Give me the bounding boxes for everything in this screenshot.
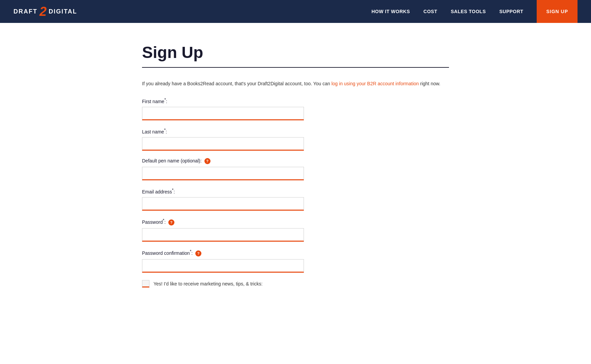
nav-sales-tools[interactable]: SALES TOOLS [451,9,486,14]
first-name-input[interactable] [142,107,304,120]
label-password-confirm-text: Password confirmation [142,250,190,255]
form-group-first-name: First name*: [142,97,304,120]
email-input[interactable] [142,197,304,211]
logo-number: 2 [39,5,47,18]
form-group-pen-name: Default pen name (optional): ? [142,158,304,180]
label-pen-name: Default pen name (optional): ? [142,158,304,164]
page-title: Sign Up [142,43,449,62]
b2r-login-link[interactable]: log in using your B2R account informatio… [331,81,419,86]
form-group-last-name: Last name*: [142,128,304,151]
form-group-password: Password*: ? [142,218,304,242]
intro-text: If you already have a Books2Read account… [142,80,449,87]
label-email-text: Email address [142,189,172,194]
logo-draft: DRAFT [13,8,37,15]
pen-name-input[interactable] [142,167,304,180]
main-content: Sign Up If you already have a Books2Read… [93,23,498,314]
intro-text-after: right now. [419,81,441,86]
label-first-name: First name*: [142,97,304,104]
label-last-name: Last name*: [142,128,304,134]
form-group-email: Email address*: [142,188,304,211]
nav-support[interactable]: SUPPORT [499,9,523,14]
navigation: DRAFT 2 DIGITAL HOW IT WORKS COST SALES … [0,0,591,23]
marketing-checkbox-row: Yes! I'd like to receive marketing news,… [142,280,304,287]
label-first-name-text: First name [142,99,164,104]
label-last-name-text: Last name [142,129,164,134]
title-divider [142,67,449,68]
marketing-checkbox-label: Yes! I'd like to receive marketing news,… [153,281,263,286]
logo-digital: DIGITAL [49,8,77,15]
form-group-password-confirm: Password confirmation*: ? [142,249,304,273]
label-password-text: Password [142,219,163,224]
pen-name-help-icon[interactable]: ? [204,158,210,164]
password-input[interactable] [142,228,304,242]
password-confirm-help-icon[interactable]: ? [195,250,201,256]
signup-form: First name*: Last name*: Default pen nam… [142,97,304,287]
label-email: Email address*: [142,188,304,194]
password-help-icon[interactable]: ? [168,219,174,225]
nav-cost[interactable]: COST [423,9,437,14]
intro-text-before: If you already have a Books2Read account… [142,81,331,86]
label-password-confirm: Password confirmation*: ? [142,249,304,256]
label-pen-name-text: Default pen name (optional): [142,158,202,163]
nav-signup-button[interactable]: SIGN UP [537,0,578,23]
marketing-checkbox[interactable] [142,280,149,287]
last-name-input[interactable] [142,137,304,151]
label-password: Password*: ? [142,218,304,225]
password-confirm-input[interactable] [142,259,304,273]
logo: DRAFT 2 DIGITAL [13,5,77,18]
nav-how-it-works[interactable]: HOW IT WORKS [371,9,410,14]
nav-links: HOW IT WORKS COST SALES TOOLS SUPPORT SI… [371,0,578,23]
